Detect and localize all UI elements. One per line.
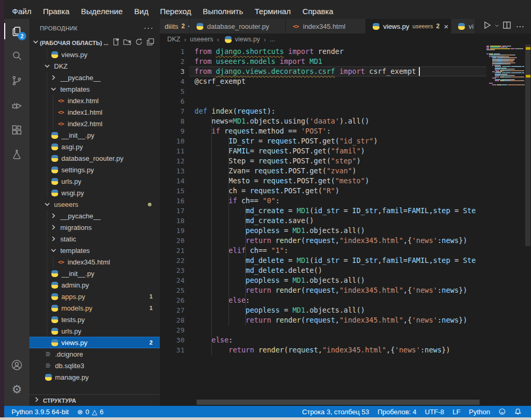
horizontal-scrollbar[interactable] <box>197 400 480 405</box>
tree-item-__init__.py[interactable]: __init__.py <box>29 129 160 141</box>
code-token: ) <box>373 137 377 145</box>
tab-views.py[interactable]: views.pyuseeers2× <box>366 19 451 34</box>
status-UTF-8[interactable]: UTF-8 <box>421 408 449 416</box>
split-editor-icon[interactable] <box>502 20 512 32</box>
tree-item-static[interactable]: static <box>29 233 160 245</box>
tree-item-models.py[interactable]: models.py1 <box>29 302 160 314</box>
line-number-17: 17 <box>160 206 189 216</box>
code-editor[interactable]: 1234567891011121314151617181920212223242… <box>160 45 531 400</box>
line-number-29: 29 <box>160 325 189 335</box>
tree-item-useeers[interactable]: useeers <box>29 198 160 210</box>
tree-item-tests.py[interactable]: tests.py <box>29 314 160 325</box>
tree-item-index1.html[interactable]: <>index1.html <box>29 106 160 118</box>
breadcrumb-item-...[interactable]: ... <box>269 36 275 43</box>
tree-item-label: asgi.py <box>61 143 83 151</box>
status-LF[interactable]: LF <box>448 408 464 416</box>
tree-item-__pycache__[interactable]: __pycache__ <box>29 210 160 222</box>
tree-item-index345.html[interactable]: <>index345.html <box>29 256 160 268</box>
line-number-gutter: 1234567891011121314151617181920212223242… <box>160 47 189 355</box>
code-token: = <box>339 256 352 264</box>
tree-item-views.py[interactable]: views.py2 <box>29 337 160 348</box>
status-Пробелов-4[interactable]: Пробелов: 4 <box>373 408 420 416</box>
refresh-icon[interactable] <box>135 38 143 48</box>
tab-database_roouter.py[interactable]: database_roouter.py <box>190 19 286 34</box>
close-icon[interactable]: × <box>444 22 449 31</box>
notifications-bell-icon[interactable] <box>510 408 526 416</box>
activity-accounts-icon[interactable] <box>4 352 29 377</box>
tree-item-migrations[interactable]: migrations <box>29 222 160 233</box>
menu-item-Файл[interactable]: Файл <box>6 5 37 17</box>
tree-item-apps.py[interactable]: apps.py1 <box>29 291 160 302</box>
line-number-23: 23 <box>160 266 189 275</box>
code-token: request <box>224 127 254 135</box>
code-token: ID_str <box>352 206 378 215</box>
menu-item-Выполнить[interactable]: Выполнить <box>197 5 249 17</box>
tree-item-index2.html[interactable]: <>index2.html <box>29 118 160 129</box>
tree-item-.dcignore[interactable]: .dcignore <box>29 348 160 360</box>
code-token: = <box>450 206 463 215</box>
menu-item-Терминал[interactable]: Терминал <box>249 5 297 17</box>
sidebar-more-actions-icon[interactable]: ··· <box>144 24 154 33</box>
tree-item-database_roouter.py[interactable]: database_roouter.py <box>29 152 160 164</box>
code-token <box>212 57 216 65</box>
menu-item-Справка[interactable]: Справка <box>297 5 339 17</box>
tree-item-templates[interactable]: templates <box>29 83 160 95</box>
breadcrumb-item-useeers[interactable]: useeers <box>190 36 213 43</box>
tree-item-__init__.py[interactable]: __init__.py <box>29 268 160 279</box>
code-token: ).all() <box>339 117 369 125</box>
code-token: .POST.get( <box>297 137 339 145</box>
run-dropdown-icon[interactable] <box>494 21 500 31</box>
status-Python[interactable]: Python <box>465 408 494 416</box>
tree-item-urls.py[interactable]: urls.py <box>29 175 160 187</box>
tree-item-db.sqlite3[interactable]: db.sqlite3 <box>29 360 160 371</box>
code-token: MD1 <box>292 226 305 235</box>
vertical-scrollbar[interactable] <box>525 45 531 401</box>
problems-status[interactable]: ⊗ 0 △ 6 <box>73 408 107 416</box>
activity-search-icon[interactable] <box>4 43 29 68</box>
tree-indent-guide <box>47 256 47 268</box>
tree-item-__pycache__[interactable]: __pycache__ <box>29 72 160 83</box>
code-token: from <box>194 57 212 65</box>
tree-item-index.html[interactable]: <>index.html <box>29 95 160 106</box>
tree-item-wsgi.py[interactable]: wsgi.py <box>29 187 160 198</box>
tree-item-manage.py[interactable]: manage.py <box>29 371 160 383</box>
modified-dot <box>148 203 151 206</box>
feedback-icon[interactable] <box>494 408 510 416</box>
tree-item-urls.py[interactable]: urls.py <box>29 325 160 337</box>
tree-item-asgi.py[interactable]: asgi.py <box>29 141 160 152</box>
tree-item-views.py[interactable]: views.py <box>29 49 160 60</box>
menu-item-Правка[interactable]: Правка <box>37 5 75 17</box>
minimap-token <box>523 70 524 71</box>
errors-icon: ⊗ <box>77 408 83 416</box>
status-Строка-3-столбец-53[interactable]: Строка 3, столбец 53 <box>298 408 373 416</box>
more-actions-icon[interactable]: ⋯ <box>514 21 527 31</box>
tab-vi[interactable]: vi <box>451 19 475 34</box>
minimap[interactable] <box>486 45 524 401</box>
new-file-icon[interactable] <box>112 38 120 48</box>
new-folder-icon[interactable] <box>123 38 132 48</box>
tree-item-settings.py[interactable]: settings.py <box>29 164 160 175</box>
tab-diiits[interactable]: diiits2● <box>160 19 190 34</box>
tree-item-admin.py[interactable]: admin.py <box>29 279 160 291</box>
activity-extensions-icon[interactable] <box>4 117 29 142</box>
activity-settings-icon[interactable]: ⚙ <box>4 377 29 402</box>
workspace-section-header[interactable]: (РАБОЧАЯ ОБЛАСТЬ) ... <box>29 37 160 49</box>
activity-source-control-icon[interactable] <box>4 68 29 93</box>
activity-explorer-icon[interactable]: 2 <box>4 19 29 43</box>
python-file-icon <box>196 22 204 30</box>
activity-testing-icon[interactable] <box>4 142 29 167</box>
menu-item-Вид[interactable]: Вид <box>128 5 154 17</box>
breadcrumb-item-views.py[interactable]: views.py <box>223 35 260 43</box>
activity-run-debug-icon[interactable] <box>4 93 29 117</box>
tree-item-DKZ[interactable]: DKZ <box>29 60 160 72</box>
collapse-folders-icon[interactable] <box>146 38 155 48</box>
tree-item-templates[interactable]: templates <box>29 245 160 256</box>
tab-index345.html[interactable]: <>index345.html <box>286 19 366 34</box>
run-button[interactable] <box>482 20 492 32</box>
outline-section-header[interactable]: СТРУКТУРА <box>29 394 160 406</box>
menu-item-Выделение[interactable]: Выделение <box>75 5 128 17</box>
breadcrumb-item-DKZ[interactable]: DKZ <box>167 36 180 43</box>
menu-item-Переход[interactable]: Переход <box>154 5 197 17</box>
workspace-label: (РАБОЧАЯ ОБЛАСТЬ) ... <box>40 40 112 46</box>
python-interpreter-status[interactable]: Python 3.9.5 64-bit <box>7 408 73 416</box>
